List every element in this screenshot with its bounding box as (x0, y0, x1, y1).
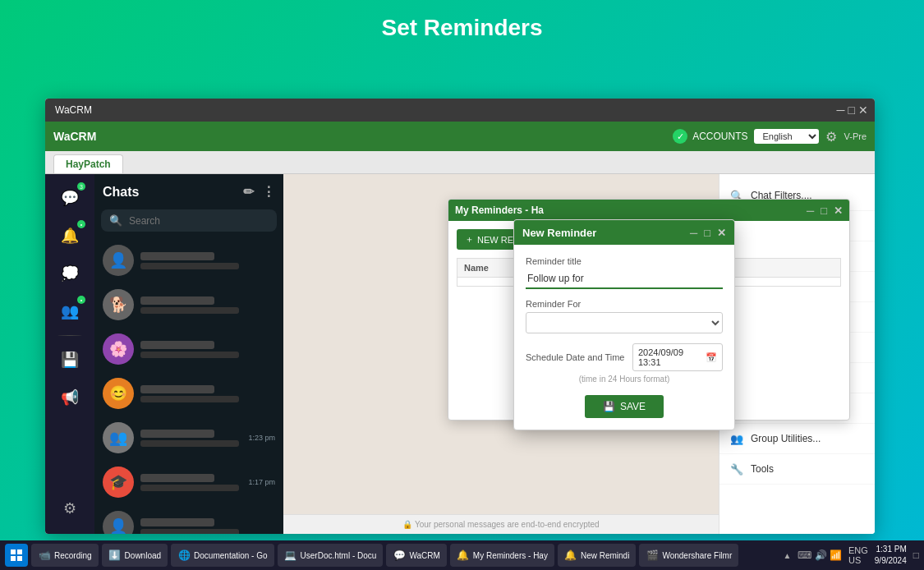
reminders-title: My Reminders - Ha (455, 205, 544, 216)
new-remindi-icon: 🔔 (564, 549, 577, 562)
close-icon[interactable]: ✕ (858, 103, 868, 117)
taskbar-my-reminders[interactable]: 🔔 My Reminders - Hay (450, 544, 554, 567)
version-label: V-Pre (844, 131, 867, 141)
taskbar-docs[interactable]: 🌐 Documentation - Go (171, 544, 274, 567)
sidebar-icon-groups[interactable]: 👥 • (53, 294, 87, 329)
sidebar-icon-broadcast[interactable]: 📢 (53, 380, 87, 415)
chat-list-header: Chats ✏ ⋮ (94, 174, 283, 209)
taskbar-clock: 1:31 PM 9/9/2024 (875, 544, 907, 567)
save-button[interactable]: 💾 SAVE (585, 395, 664, 418)
list-item[interactable]: 👤 (94, 504, 283, 534)
list-item[interactable]: 🎓 1:17 pm (94, 460, 283, 504)
sidebar-icon-contacts[interactable]: 🔔 • (53, 218, 87, 253)
taskbar-recording-label: Recording (54, 551, 92, 560)
clock-time: 1:31 PM (875, 544, 907, 555)
settings-icon[interactable]: ⚙ (825, 129, 837, 145)
save-label: SAVE (620, 401, 646, 412)
svg-rect-2 (11, 556, 16, 561)
svg-rect-3 (17, 556, 22, 561)
chat-time: 1:23 pm (248, 434, 275, 442)
taskbar-docs-label: Documentation - Go (194, 551, 268, 560)
taskbar-wacrm[interactable]: 💬 WaCRM (386, 544, 446, 567)
list-item[interactable]: 👤 (94, 238, 283, 283)
taskbar-userdoc[interactable]: 💻 UserDoc.html - Docu (278, 544, 384, 567)
rp-group-utilities[interactable]: 👥 Group Utilities... (719, 424, 875, 454)
chat-time: 1:17 pm (248, 478, 275, 486)
maximize-icon[interactable]: □ (848, 103, 855, 117)
list-item[interactable]: 😊 (94, 371, 283, 416)
new-reminder-title: New Reminder (522, 227, 596, 239)
avatar: 👤 (103, 511, 134, 534)
nr-maximize-icon[interactable]: □ (704, 227, 710, 239)
notification-icon[interactable]: □ (913, 549, 919, 561)
chat-message (140, 485, 239, 491)
svg-rect-1 (17, 549, 22, 554)
reminder-title-label: Reminder title (526, 256, 723, 266)
sidebar-icon-save[interactable]: 💾 (53, 342, 87, 377)
nr-close-icon[interactable]: ✕ (717, 227, 726, 239)
language-select[interactable]: English (754, 129, 819, 144)
rem-minimize-icon[interactable]: ─ (807, 205, 814, 217)
taskbar-new-remindi[interactable]: 🔔 New Remindi (558, 544, 636, 567)
rem-maximize-icon[interactable]: □ (821, 205, 827, 217)
taskbar-download[interactable]: ⬇️ Download (102, 544, 168, 567)
docs-icon: 🌐 (177, 549, 191, 562)
chat-info (140, 252, 269, 269)
sidebar-icon-settings[interactable]: ⚙ (53, 491, 87, 526)
svg-rect-0 (11, 549, 16, 554)
main-chat: 🔒 Your personal messages are end-to-end … (283, 174, 719, 534)
chat-badge: 3 (77, 182, 85, 191)
clock-date: 9/9/2024 (875, 555, 907, 567)
chat-info (140, 518, 269, 535)
nr-minimize-icon[interactable]: ─ (690, 227, 697, 239)
datetime-value: 2024/09/09 13:31 (638, 347, 706, 367)
chat-info (140, 385, 269, 402)
taskbar-new-remindi-label: New Remindi (581, 551, 629, 560)
sidebar-icon-chat[interactable]: 💬 3 (53, 181, 87, 215)
rp-tools[interactable]: 🔧 Tools (719, 454, 875, 485)
reminders-titlebar: My Reminders - Ha ─ □ ✕ (448, 200, 849, 221)
list-item[interactable]: 🐕 (94, 283, 283, 327)
contacts-badge: • (77, 220, 85, 228)
sidebar-icon-messages[interactable]: 💭 (53, 256, 87, 291)
chat-name (140, 430, 214, 438)
list-item[interactable]: 🌸 (94, 327, 283, 371)
chat-list: 👤 🐕 (94, 238, 283, 534)
taskbar-my-reminders-label: My Reminders - Hay (473, 551, 548, 560)
chat-meta: 1:17 pm (248, 478, 275, 486)
avatar: 😊 (103, 378, 134, 409)
reminder-for-select[interactable] (526, 312, 723, 333)
chat-search: 🔍 (101, 209, 277, 232)
tray-arrow-icon[interactable]: ▲ (783, 551, 791, 560)
top-nav: WaCRM ✓ ACCOUNTS English ⚙ V-Pre (45, 122, 875, 151)
group-utilities-label: Group Utilities... (751, 433, 821, 444)
wacrm-icon: 💬 (393, 549, 406, 562)
search-icon: 🔍 (109, 214, 122, 227)
taskbar-userdoc-label: UserDoc.html - Docu (301, 551, 377, 560)
list-item[interactable]: 👥 1:23 pm (94, 416, 283, 460)
search-input[interactable] (129, 215, 269, 227)
calendar-icon[interactable]: 📅 (706, 352, 717, 363)
main-window: WaCRM ─ □ ✕ WaCRM ✓ ACCOUNTS English ⚙ V… (45, 99, 875, 534)
rem-close-icon[interactable]: ✕ (834, 205, 843, 217)
content-area: 💬 3 🔔 • 💭 👥 • 💾 📢 ⚙ (45, 174, 875, 534)
datetime-input[interactable]: 2024/09/09 13:31 📅 (632, 343, 723, 371)
taskbar-recording[interactable]: 📹 Recording (31, 544, 99, 567)
win-titlebar: WaCRM ─ □ ✕ (45, 99, 875, 122)
start-button[interactable] (5, 544, 28, 567)
taskbar-filmr[interactable]: 🎬 Wondershare Filmr (639, 544, 738, 567)
chat-message (140, 307, 239, 314)
tab-haypatch[interactable]: HayPatch (53, 154, 123, 173)
more-options-icon[interactable]: ⋮ (262, 184, 275, 200)
minimize-icon[interactable]: ─ (837, 103, 845, 117)
chat-list-panel: Chats ✏ ⋮ 🔍 👤 (94, 174, 283, 534)
chats-title: Chats (103, 185, 139, 200)
left-sidebar: 💬 3 🔔 • 💭 👥 • 💾 📢 ⚙ (45, 174, 94, 534)
tools-label: Tools (751, 463, 774, 475)
reminder-title-input[interactable] (526, 269, 723, 289)
win-title-text: WaCRM (52, 104, 837, 116)
save-icon: 💾 (603, 401, 615, 412)
tab-bar: HayPatch (45, 151, 875, 174)
new-chat-icon[interactable]: ✏ (243, 184, 254, 200)
chat-list-header-icons: ✏ ⋮ (243, 184, 275, 200)
